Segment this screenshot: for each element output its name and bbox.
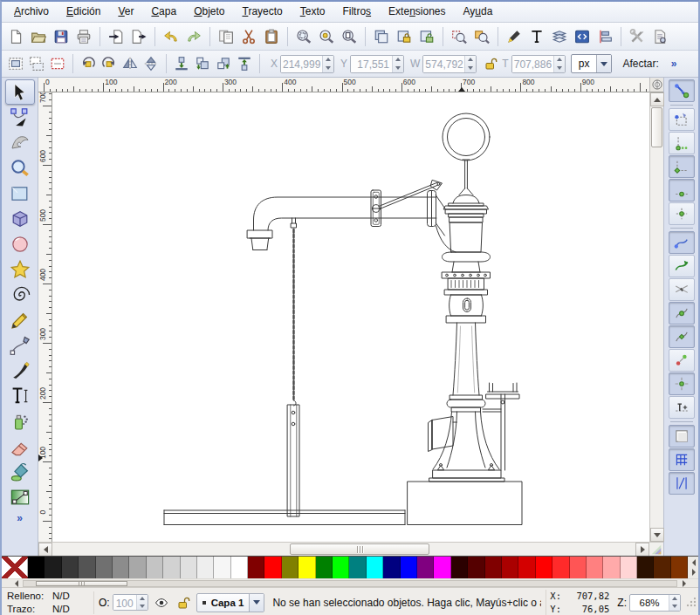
- snap-bbox-corners-button[interactable]: [669, 155, 695, 178]
- palette-swatch-28[interactable]: [485, 557, 502, 578]
- palette-scrollbar-thumb[interactable]: [36, 581, 127, 586]
- tool-text[interactable]: [5, 383, 35, 408]
- toolbox-overflow-chevron[interactable]: »: [17, 512, 23, 524]
- snap-path-intersections-button[interactable]: [669, 255, 695, 277]
- raise-to-top-button[interactable]: [234, 53, 255, 74]
- save-document-button[interactable]: [50, 25, 72, 48]
- layer-selector[interactable]: Capa 1: [196, 593, 265, 612]
- palette-swatch-36[interactable]: [621, 557, 637, 578]
- snap-rotation-centers-button[interactable]: [669, 372, 695, 395]
- palette-swatch-30[interactable]: [518, 557, 535, 578]
- horizontal-scrollbar-thumb[interactable]: [290, 543, 429, 555]
- zoom-selection-button[interactable]: [292, 25, 315, 48]
- menu-texto[interactable]: Texto: [292, 2, 334, 22]
- lower-button[interactable]: [192, 53, 213, 74]
- tool-selector[interactable]: [5, 79, 35, 105]
- snap-page-border-button[interactable]: [669, 425, 695, 448]
- palette-swatch-32[interactable]: [552, 557, 569, 578]
- palette-swatch-27[interactable]: [468, 557, 484, 578]
- print-document-button[interactable]: [72, 25, 95, 48]
- tool-rectangle[interactable]: [5, 181, 35, 206]
- palette-swatch-22[interactable]: [383, 557, 400, 578]
- tool-eraser[interactable]: [5, 434, 35, 459]
- palette-swatch-8[interactable]: [147, 557, 163, 578]
- redo-button[interactable]: [182, 25, 205, 48]
- preferences-button[interactable]: [626, 25, 649, 48]
- select-all-layers-button[interactable]: [26, 53, 47, 74]
- open-document-button[interactable]: [27, 25, 50, 48]
- fill-stroke-indicator[interactable]: Relleno: N/D Trazo: N/D: [4, 590, 89, 615]
- text-dialog-button[interactable]: [525, 25, 548, 48]
- menu-trayecto[interactable]: Trayecto: [234, 2, 292, 22]
- snap-bbox-edge-midpoints-button[interactable]: [669, 179, 695, 202]
- palette-swatch-39[interactable]: [671, 557, 688, 578]
- lower-to-bottom-button[interactable]: [171, 53, 192, 74]
- palette-swatch-23[interactable]: [401, 557, 417, 578]
- tool-spiral[interactable]: [5, 282, 35, 307]
- document-properties-button[interactable]: [649, 25, 671, 48]
- palette-swatch-9[interactable]: [163, 557, 180, 578]
- palette-swatch-7[interactable]: [129, 557, 146, 578]
- palette-swatch-17[interactable]: [299, 557, 315, 578]
- scroll-left-icon[interactable]: [38, 543, 52, 557]
- fill-stroke-dialog-button[interactable]: [503, 25, 525, 48]
- scroll-down-icon[interactable]: [650, 528, 664, 542]
- cut-button[interactable]: [237, 25, 260, 48]
- palette-nav-arrows[interactable]: [688, 557, 698, 578]
- menu-ver[interactable]: Ver: [109, 2, 142, 22]
- palette-scroll-right-icon[interactable]: [680, 580, 688, 587]
- palette-swatch-5[interactable]: [96, 557, 113, 578]
- clone-button[interactable]: [393, 25, 415, 48]
- x-input[interactable]: 214,999: [280, 55, 334, 73]
- canvas[interactable]: [52, 92, 649, 542]
- tool-gradient[interactable]: [5, 484, 35, 509]
- align-dialog-button[interactable]: [594, 25, 616, 48]
- menu-ayuda[interactable]: Ayuda: [455, 2, 502, 22]
- lock-ratio-icon[interactable]: [481, 54, 500, 73]
- menu-archivo[interactable]: Archivo: [5, 2, 58, 22]
- palette-swatch-10[interactable]: [181, 557, 197, 578]
- palette-swatch-31[interactable]: [536, 557, 552, 578]
- tool-calligraphy[interactable]: [5, 358, 35, 383]
- palette-scrollbar[interactable]: [2, 578, 698, 587]
- vertical-scrollbar[interactable]: [649, 92, 663, 542]
- snap-bbox-centers-button[interactable]: [669, 202, 695, 225]
- palette-swatch-6[interactable]: [113, 557, 129, 578]
- tool-bezier-pen[interactable]: [5, 332, 35, 358]
- tool-pencil[interactable]: [5, 307, 35, 332]
- tool-tweak[interactable]: [5, 130, 35, 155]
- snap-grid-button[interactable]: [669, 448, 695, 471]
- palette-swatch-1[interactable]: [28, 557, 45, 578]
- new-document-button[interactable]: [4, 25, 27, 48]
- rotate-cw-button[interactable]: [99, 53, 120, 74]
- snap-text-baseline-button[interactable]: [669, 396, 695, 419]
- unlink-clone-button[interactable]: [415, 25, 438, 48]
- tool-ellipse[interactable]: [5, 231, 35, 256]
- palette-swatch-34[interactable]: [587, 557, 603, 578]
- layers-dialog-button[interactable]: [548, 25, 571, 48]
- menu-filtros[interactable]: Filtros: [333, 2, 380, 22]
- palette-swatch-20[interactable]: [349, 557, 366, 578]
- snap-bbox-edges-button[interactable]: [669, 132, 695, 154]
- layer-dropdown-arrow-icon[interactable]: [249, 594, 264, 612]
- horizontal-ruler[interactable]: 0100200300400500600700800900: [38, 78, 649, 92]
- palette-swatch-11[interactable]: [197, 557, 214, 578]
- snap-toggle-button[interactable]: [669, 79, 695, 102]
- layer-lock-icon[interactable]: [175, 594, 192, 612]
- zoom-drawing-button[interactable]: [315, 25, 338, 48]
- copy-button[interactable]: [215, 25, 237, 48]
- palette-swatch-2[interactable]: [45, 557, 61, 578]
- units-dropdown[interactable]: px: [571, 54, 613, 73]
- menu-capa[interactable]: Capa: [142, 2, 185, 22]
- palette-swatch-38[interactable]: [654, 557, 670, 578]
- zoom-page-button[interactable]: [338, 25, 360, 48]
- palette-swatch-26[interactable]: [451, 557, 468, 578]
- window-resize-grip[interactable]: [685, 598, 696, 608]
- tool-spray[interactable]: [5, 408, 35, 434]
- menu-extensiones[interactable]: Extensiones: [380, 2, 454, 22]
- palette-swatch-21[interactable]: [367, 557, 383, 578]
- palette-swatch-19[interactable]: [333, 557, 349, 578]
- tool-box-3d[interactable]: [5, 206, 35, 231]
- palette-swatch-16[interactable]: [282, 557, 299, 578]
- menu-edicion[interactable]: Edición: [58, 2, 109, 22]
